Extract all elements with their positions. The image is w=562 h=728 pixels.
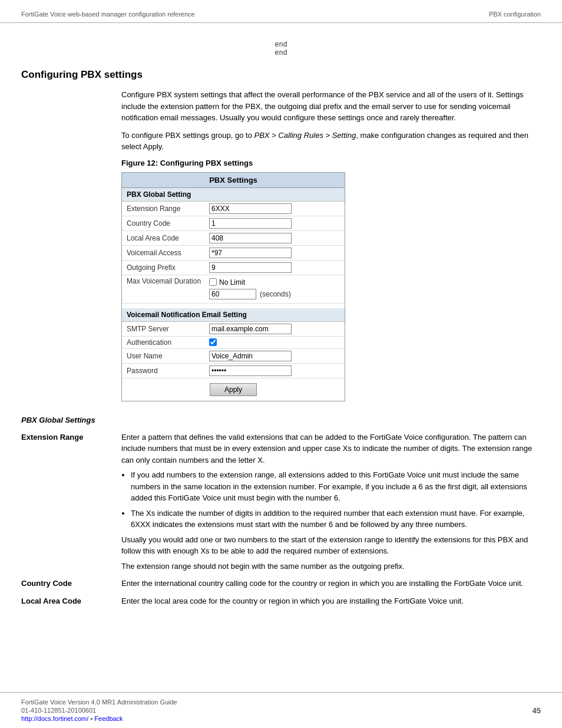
voicemail-access-input[interactable]: [209, 248, 292, 258]
extension-range-row: Extension Range: [122, 202, 345, 216]
apply-row: Apply: [122, 378, 345, 401]
country-code-label: Country Code: [127, 219, 209, 228]
header-right: PBX configuration: [489, 11, 541, 18]
ext-range-bullets: If you add numbers to the extension rang…: [131, 469, 541, 531]
password-label: Password: [127, 367, 209, 375]
pbx-table-title: PBX Settings: [122, 173, 345, 188]
ext-range-after1: Usually you would add one or two numbers…: [121, 534, 541, 557]
seconds-row: (seconds): [209, 288, 296, 303]
intro-paragraph: Configure PBX system settings that affec…: [121, 89, 541, 124]
voicemail-access-label: Voicemail Access: [127, 249, 209, 257]
figure-label: Figure 12: Configuring PBX settings: [121, 159, 541, 167]
desc-extension-range: Extension Range Enter a pattern that def…: [21, 431, 541, 572]
code-block: end end: [21, 41, 541, 57]
outgoing-prefix-row: Outgoing Prefix: [122, 261, 345, 275]
duration-units: (seconds): [260, 290, 291, 298]
no-limit-label: No Limit: [219, 278, 245, 286]
smtp-server-label: SMTP Server: [127, 325, 209, 333]
desc-def-country-code: Enter the international country calling …: [121, 578, 541, 589]
outgoing-prefix-label: Outgoing Prefix: [127, 263, 209, 272]
nav-paragraph: To configure PBX settings group, go to P…: [121, 130, 541, 153]
ext-range-bullet-2: The Xs indicate the number of digits in …: [131, 508, 541, 531]
intro-text: Configure PBX system settings that affec…: [121, 90, 524, 122]
footer-left: FortiGate Voice Version 4.0 MR1 Administ…: [21, 699, 177, 722]
footer-separator: •: [88, 715, 94, 722]
authentication-label: Authentication: [127, 338, 209, 347]
footer-link[interactable]: http://docs.fortinet.com/: [21, 715, 88, 722]
desc-country-code: Country Code Enter the international cou…: [21, 578, 541, 589]
country-code-row: Country Code: [122, 216, 345, 231]
nav-text-prefix: To configure PBX settings group, go to: [121, 131, 254, 140]
description-section: PBX Global Settings Extension Range Ente…: [21, 416, 541, 607]
footer-line1: FortiGate Voice Version 4.0 MR1 Administ…: [21, 699, 177, 706]
page-number: 45: [533, 706, 541, 715]
desc-term-extension-range: Extension Range: [21, 431, 121, 572]
code-line-2: end: [21, 49, 541, 57]
header-left: FortiGate Voice web-based manager config…: [21, 11, 195, 18]
duration-input[interactable]: [209, 289, 256, 299]
desc-term-country-code: Country Code: [21, 578, 121, 589]
code-line-1: end: [21, 41, 541, 49]
voicemail-email-section-header: Voicemail Notification Email Setting: [122, 308, 345, 322]
ext-range-intro: Enter a pattern that defines the valid e…: [121, 433, 532, 465]
apply-button[interactable]: Apply: [210, 383, 257, 396]
desc-term-local-area-code: Local Area Code: [21, 595, 121, 607]
max-voicemail-label: Max Voicemail Duration: [127, 277, 209, 285]
outgoing-prefix-input[interactable]: [209, 262, 292, 273]
footer-doc-id: 01-410-112851-20100601: [21, 707, 96, 714]
user-name-label: User Name: [127, 352, 209, 360]
pbx-global-section-header: PBX Global Setting: [122, 188, 345, 202]
pbx-settings-table: PBX Settings PBX Global Setting Extensio…: [121, 172, 345, 401]
desc-local-area-code: Local Area Code Enter the local area cod…: [21, 595, 541, 607]
country-code-input[interactable]: [209, 218, 292, 229]
no-limit-checkbox[interactable]: [209, 278, 217, 286]
ext-range-after2: The extension range should not begin wit…: [121, 561, 541, 572]
smtp-server-row: SMTP Server: [122, 322, 345, 337]
authentication-checkbox[interactable]: [209, 338, 217, 346]
user-name-row: User Name: [122, 349, 345, 364]
local-area-code-row: Local Area Code: [122, 231, 345, 246]
local-area-code-input[interactable]: [209, 233, 292, 243]
footer-links: http://docs.fortinet.com/ • Feedback: [21, 715, 177, 722]
local-area-code-def: Enter the local area code for the countr…: [121, 597, 464, 605]
page-header: FortiGate Voice web-based manager config…: [0, 0, 562, 23]
page-footer: FortiGate Voice Version 4.0 MR1 Administ…: [0, 692, 562, 728]
feedback-link[interactable]: Feedback: [94, 715, 123, 722]
no-limit-row: No Limit: [209, 277, 296, 288]
main-content: end end Configuring PBX settings Configu…: [0, 23, 562, 660]
desc-def-extension-range: Enter a pattern that defines the valid e…: [121, 431, 541, 572]
local-area-code-label: Local Area Code: [127, 234, 209, 242]
password-row: Password: [122, 364, 345, 378]
extension-range-label: Extension Range: [127, 205, 209, 213]
voicemail-access-row: Voicemail Access: [122, 246, 345, 261]
ext-range-bullet-1: If you add numbers to the extension rang…: [131, 469, 541, 504]
pbx-global-heading: PBX Global Settings: [21, 416, 541, 424]
authentication-row: Authentication: [122, 337, 345, 349]
user-name-input[interactable]: [209, 351, 292, 361]
password-input[interactable]: [209, 365, 292, 376]
smtp-server-input[interactable]: [209, 324, 292, 334]
nav-text-italic: PBX > Calling Rules > Setting: [254, 131, 356, 140]
max-voicemail-row: Max Voicemail Duration No Limit (seconds…: [122, 275, 345, 304]
footer-line2: 01-410-112851-20100601: [21, 707, 177, 714]
extension-range-input[interactable]: [209, 203, 292, 214]
section-heading: Configuring PBX settings: [21, 69, 541, 81]
desc-def-local-area-code: Enter the local area code for the countr…: [121, 595, 541, 607]
country-code-def: Enter the international country calling …: [121, 579, 523, 588]
